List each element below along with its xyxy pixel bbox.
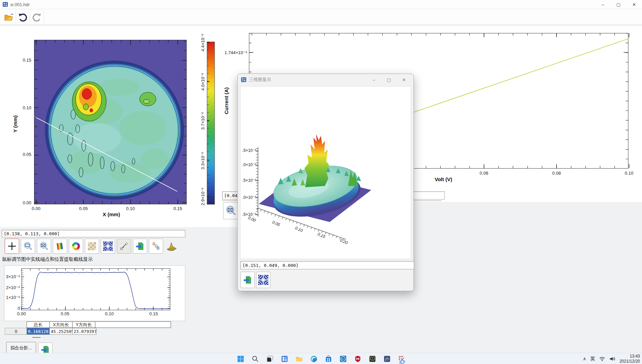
svg-text:2.9×10⁻⁶: 2.9×10⁻⁶ — [200, 188, 205, 205]
export-image-button[interactable] — [133, 239, 147, 254]
svg-text:3×10⁻⁶: 3×10⁻⁶ — [6, 274, 20, 279]
dialog-title: 三维图显示 — [249, 77, 271, 83]
table-cell-total-length[interactable]: 0.16812819 — [27, 328, 51, 335]
taskbar-icons: DELL — [234, 353, 408, 364]
table-row-header[interactable]: 0 — [5, 328, 27, 335]
iv-zoom-reset-button[interactable] — [223, 202, 239, 219]
tray-chevron[interactable]: ∧ — [583, 356, 586, 361]
window-title: si.001.hdr — [10, 2, 30, 7]
redo-button[interactable] — [30, 11, 44, 23]
surface-3d-dialog[interactable]: 三维图显示 – ▢ ✕ — [237, 74, 414, 291]
color-wheel-button[interactable] — [69, 239, 83, 254]
maximize-button[interactable]: ▢ — [611, 0, 626, 9]
mosaic-icon — [87, 241, 97, 251]
volume-icon[interactable] — [609, 356, 615, 362]
table-header-total-length[interactable]: 总长 — [27, 321, 50, 328]
zoom-reset-icon — [225, 205, 236, 216]
search-icon — [251, 355, 259, 363]
svg-text:0.15: 0.15 — [23, 58, 31, 63]
active-app-icon — [398, 355, 405, 363]
svg-text:0.10: 0.10 — [625, 171, 633, 176]
dialog-title-bar[interactable]: 三维图显示 – ▢ ✕ — [238, 74, 413, 85]
microsoft-store-button[interactable] — [322, 353, 335, 364]
wifi-icon[interactable] — [599, 356, 605, 362]
dialog-cursor-readout: [0.151, 0.049, 0.000] — [242, 263, 298, 268]
analysis-app-button[interactable] — [380, 353, 394, 364]
crosshair-tool-button[interactable] — [5, 239, 19, 254]
table-header-x-length[interactable]: X方向长 — [49, 321, 73, 328]
zoom-reset-icon — [39, 241, 49, 251]
svg-text:0.00: 0.00 — [23, 200, 31, 205]
svg-text:0: 0 — [18, 306, 20, 311]
dialog-export-button[interactable] — [240, 272, 255, 288]
dialog-close-button[interactable]: ✕ — [396, 74, 411, 85]
profile-panel: 3×10⁻⁶ 2×10⁻⁶ 1×10⁻⁶ 0 0.00 0.05 0.10 0.… — [4, 265, 185, 321]
dialog-minimize-button[interactable]: – — [366, 74, 381, 85]
task-view-button[interactable] — [263, 353, 277, 364]
table-cell-x-length[interactable]: 45.252505 — [49, 328, 74, 335]
surface-3d-button[interactable] — [165, 239, 178, 253]
task-view-icon — [266, 355, 273, 363]
iv-ylabel: Current (A) — [223, 87, 229, 114]
mcafee-shield-icon — [354, 355, 361, 363]
ime-indicator[interactable]: 英 — [590, 356, 595, 362]
profile-plot: 3×10⁻⁶ 2×10⁻⁶ 1×10⁻⁶ 0 0.00 0.05 0.10 0.… — [4, 266, 184, 320]
x-axis-label: X (mm) — [103, 211, 120, 217]
system-tray: ∧ 英 13:43 2021/12/20 — [583, 353, 640, 364]
dell-app-button[interactable]: DELL — [336, 353, 350, 364]
mcafee-button[interactable] — [351, 353, 364, 364]
dialog-toolbar — [240, 272, 270, 288]
edge-browser-button[interactable] — [307, 353, 320, 364]
file-explorer-button[interactable] — [292, 353, 306, 364]
main-toolbar — [0, 9, 642, 25]
secondary-spot — [140, 92, 156, 106]
rgb-channels-button[interactable]: R G B — [149, 239, 163, 254]
contour-canvas[interactable] — [34, 40, 187, 204]
undo-button[interactable] — [16, 11, 30, 23]
svg-text:.5×10⁻⁶: .5×10⁻⁶ — [242, 178, 256, 183]
pattern-palette-button[interactable] — [101, 239, 115, 254]
contour-plot[interactable]: 0.15 0.10 0.05 0.00 0.00 0.05 0.10 0.15 … — [0, 26, 221, 227]
open-file-button[interactable] — [2, 11, 16, 23]
table-cell-y-length[interactable]: 23.079397 — [72, 328, 96, 335]
surface-3d-plot[interactable]: .5×10⁻⁶ .0×10⁻⁶ .5×10⁻⁶ .0×10⁻⁶ .5×10⁻⁶ … — [240, 86, 411, 259]
tray-date: 2021/12/20 — [620, 359, 640, 364]
active-app-button[interactable] — [395, 353, 408, 364]
zoom-box-tool-button[interactable] — [21, 239, 35, 254]
profile-curve — [21, 272, 170, 309]
svg-text:0.05: 0.05 — [23, 152, 31, 157]
svg-text:0.10: 0.10 — [23, 105, 31, 110]
widgets-icon — [281, 355, 288, 363]
widgets-button[interactable] — [278, 353, 291, 364]
table-resize-handle[interactable] — [32, 337, 41, 338]
media-app-button[interactable] — [365, 353, 379, 364]
svg-text:0.15: 0.15 — [149, 311, 158, 316]
mosaic-palette-button[interactable] — [85, 239, 99, 254]
crosshair-icon — [7, 241, 17, 251]
surface-central-peak — [304, 134, 329, 187]
start-button[interactable] — [234, 353, 247, 364]
measurement-table: 总长 X方向长 Y方向长 0 0.16812819 45.252505 23.0… — [5, 321, 170, 335]
dialog-palette-button[interactable] — [256, 272, 270, 288]
search-button[interactable] — [248, 353, 262, 364]
surface-3d-view[interactable]: .5×10⁻⁶ .0×10⁻⁶ .5×10⁻⁶ .0×10⁻⁶ .5×10⁻⁶ … — [240, 86, 411, 259]
pattern-icon — [103, 241, 113, 251]
minimize-button[interactable]: – — [595, 0, 611, 9]
svg-text:3.7×10⁻⁶: 3.7×10⁻⁶ — [200, 112, 205, 130]
dialog-app-icon — [241, 77, 247, 82]
dialog-maximize-button[interactable]: ▢ — [381, 74, 396, 85]
store-icon — [325, 355, 332, 363]
fit-step-button[interactable]: 拟合台阶... — [6, 342, 36, 354]
edge-icon — [310, 355, 317, 363]
table-header-y-length[interactable]: Y方向长 — [72, 321, 95, 328]
close-button[interactable]: ✕ — [626, 0, 642, 9]
clock[interactable]: 13:43 2021/12/20 — [620, 354, 640, 364]
color-scale-button[interactable] — [53, 239, 67, 254]
contour-panel: 0.15 0.10 0.05 0.00 0.00 0.05 0.10 0.15 … — [0, 26, 222, 227]
surface-3d-icon — [166, 240, 177, 252]
svg-text:1.744×10⁻⁶: 1.744×10⁻⁶ — [224, 50, 247, 55]
svg-text:.0×10⁻⁶: .0×10⁻⁶ — [242, 162, 256, 167]
line-section-tool-button[interactable] — [117, 239, 131, 254]
zoom-reset-tool-button[interactable] — [37, 239, 51, 254]
zoom-box-icon — [23, 241, 33, 251]
